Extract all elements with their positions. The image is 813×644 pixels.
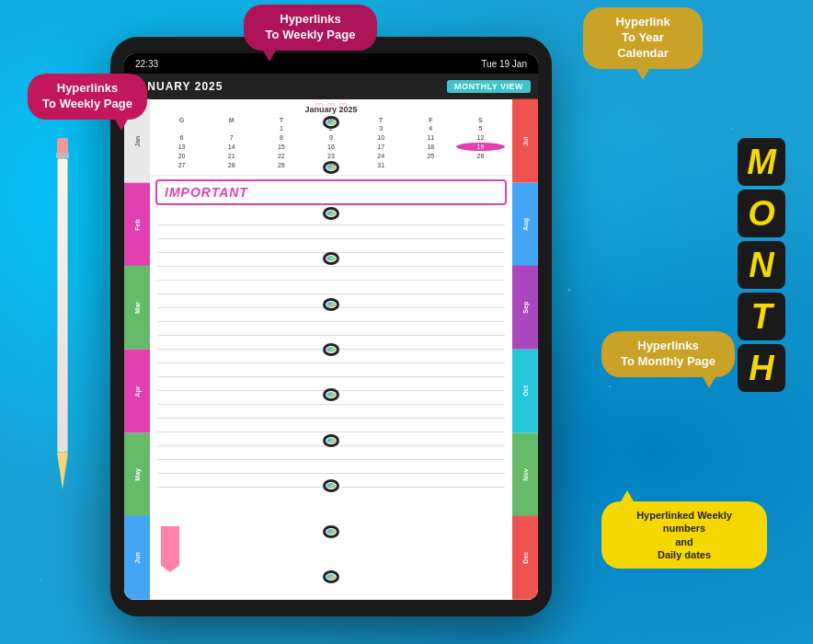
cal-day-15[interactable]: 15: [257, 143, 305, 151]
tooltip-hyperlinks-weekly-top: Hyperlinks To Weekly Page: [244, 5, 377, 51]
tooltip-year-line2: To Year Calendar: [617, 30, 669, 60]
month-letter-o: O: [738, 190, 785, 237]
cal-header-t2: T: [357, 117, 406, 123]
cal-day-empty: [157, 124, 206, 132]
cal-day-20[interactable]: 20: [157, 152, 206, 160]
tooltip-hyperlink-year: Hyperlink To Year Calendar: [583, 7, 703, 69]
cal-header-f: F: [406, 117, 455, 123]
cal-day-10[interactable]: 10: [357, 133, 406, 142]
tooltip-weekly-left-line2: To Weekly Page: [42, 97, 132, 110]
pencil-tip: [57, 453, 68, 489]
cal-day-29[interactable]: 29: [257, 161, 305, 169]
monthly-view-button[interactable]: MONTHLY VIEW: [447, 80, 531, 93]
cal-day-25[interactable]: 25: [406, 152, 455, 160]
rings-spine: [321, 99, 341, 600]
cal-day-12[interactable]: 12: [456, 133, 505, 142]
tab-aug[interactable]: Aug: [512, 183, 538, 267]
cal-day-empty2: [207, 124, 256, 132]
month-letter-n: N: [738, 241, 785, 289]
cal-header-s: S: [456, 117, 505, 123]
tab-dec[interactable]: Dec: [512, 516, 538, 600]
ring-6: [323, 343, 339, 356]
tab-oct[interactable]: Oct: [512, 350, 538, 433]
pencil-body: [57, 158, 68, 453]
tab-column-left: Jan Feb Mar Apr May Jun: [124, 99, 150, 600]
cal-day-26[interactable]: 26: [456, 152, 505, 160]
tooltip-hw-line2: and: [675, 536, 693, 547]
status-date: Tue 19 Jan: [481, 59, 527, 69]
ring-4: [323, 252, 339, 265]
cal-day-1[interactable]: 1: [257, 124, 305, 132]
ring-2: [323, 161, 339, 174]
tab-jul[interactable]: Jul: [512, 99, 538, 183]
tab-jun[interactable]: Jun: [124, 516, 150, 600]
cal-day-21[interactable]: 21: [207, 152, 256, 160]
hearts-decoration: ♡ ♡ ♡: [315, 101, 348, 113]
ring-3: [323, 207, 339, 220]
tab-nov[interactable]: Nov: [512, 433, 538, 517]
cal-day-17[interactable]: 17: [357, 143, 406, 151]
ring-7: [323, 388, 339, 401]
cal-header-g: G: [157, 117, 206, 123]
cal-day-14[interactable]: 14: [207, 143, 256, 151]
cal-day-22[interactable]: 22: [257, 152, 305, 160]
tab-sep[interactable]: Sep: [512, 266, 538, 350]
cal-day-5[interactable]: 5: [456, 124, 505, 132]
status-bar: 22:33 Tue 19 Jan: [124, 53, 538, 74]
planner-body: Jan Feb Mar Apr May Jun January 2025 G M…: [124, 99, 538, 600]
tab-column-right: Jul Aug Sep Oct Nov Dec: [512, 99, 538, 600]
tooltip-monthly-line1: Hyperlinks: [637, 339, 698, 352]
month-text-container: M O N T H: [738, 138, 785, 396]
pencil-eraser: [57, 138, 68, 153]
ring-5: [323, 298, 339, 311]
tooltip-weekly-left-line1: Hyperlinks: [57, 81, 118, 95]
tablet-screen: 22:33 Tue 19 Jan JANUARY 2025 ♡ ♡ ♡ MONT…: [124, 53, 538, 600]
tooltip-monthly-line2: To Monthly Page: [621, 354, 716, 368]
cal-day-11[interactable]: 11: [406, 133, 455, 142]
ring-9: [323, 479, 339, 492]
cal-day-8[interactable]: 8: [257, 133, 305, 142]
cal-day-18[interactable]: 18: [406, 143, 455, 151]
cal-day-19[interactable]: 19: [456, 143, 505, 151]
tooltip-weekly-top-line2: To Weekly Page: [266, 28, 356, 41]
cal-day-28[interactable]: 28: [207, 161, 256, 169]
ring-11: [323, 570, 339, 583]
tooltip-hyperlinks-monthly: Hyperlinks To Monthly Page: [601, 331, 735, 377]
month-letter-h: H: [738, 344, 785, 392]
cal-day-4[interactable]: 4: [406, 124, 455, 132]
month-letter-t: T: [738, 293, 785, 340]
cal-day-27[interactable]: 27: [157, 161, 206, 169]
tooltip-year-line1: Hyperlink: [615, 15, 670, 29]
cal-day-13[interactable]: 13: [157, 143, 206, 151]
cal-header-t: T: [257, 117, 305, 123]
cal-day-24[interactable]: 24: [357, 152, 406, 160]
tooltip-weekly-top-line1: Hyperlinks: [280, 12, 340, 26]
cal-day-6[interactable]: 6: [157, 133, 206, 142]
pencil: [55, 138, 70, 488]
ring-1: [323, 116, 339, 129]
tooltip-hw-line1: Hyperlinked Weekly numbers: [636, 510, 732, 534]
tab-mar[interactable]: Mar: [124, 266, 150, 350]
tablet: 22:33 Tue 19 Jan JANUARY 2025 ♡ ♡ ♡ MONT…: [110, 37, 552, 616]
tab-may[interactable]: May: [124, 433, 150, 517]
bookmark: [161, 526, 179, 572]
cal-header-m: M: [207, 117, 256, 123]
cal-day-3[interactable]: 3: [357, 124, 406, 132]
tab-apr[interactable]: Apr: [124, 350, 150, 433]
cal-day-31[interactable]: 31: [357, 161, 406, 169]
ring-8: [323, 434, 339, 447]
cal-day-7[interactable]: 7: [207, 133, 256, 142]
tooltip-hyperlinked-weekly: Hyperlinked Weekly numbers and Daily dat…: [601, 501, 767, 569]
cal-day-empty3: [406, 161, 455, 169]
tooltip-hw-line3: Daily dates: [658, 549, 711, 560]
ring-10: [323, 525, 339, 538]
planner-header: JANUARY 2025 ♡ ♡ ♡ MONTHLY VIEW: [124, 74, 538, 99]
tab-feb[interactable]: Feb: [124, 183, 150, 267]
month-letter-m: M: [738, 138, 785, 186]
tooltip-hyperlinks-weekly-left: Hyperlinks To Weekly Page: [28, 74, 147, 120]
status-time: 22:33: [135, 59, 158, 69]
